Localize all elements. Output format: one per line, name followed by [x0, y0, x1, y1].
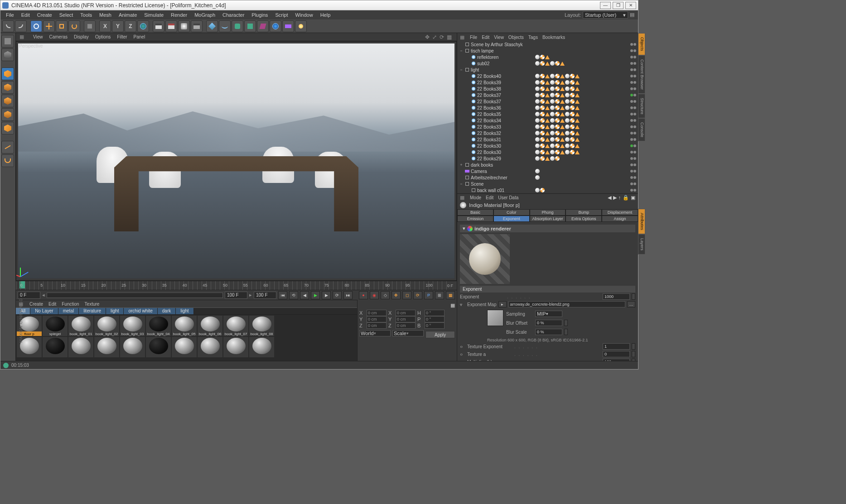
exponent-map-field[interactable]: arroway.de_concrete-blend2.png [508, 301, 626, 307]
point-mode-button[interactable] [1, 81, 14, 94]
tree-item[interactable]: −tisch lampe [457, 48, 638, 54]
world-dropdown[interactable]: World ▾ [359, 330, 391, 336]
last-tool-button[interactable] [84, 20, 96, 32]
attr-field[interactable]: 1 [603, 343, 630, 350]
tree-expand-icon[interactable] [465, 125, 470, 129]
live-select-button[interactable] [30, 20, 42, 32]
console-tab[interactable]: Console [638, 118, 645, 141]
attr-tab-basic[interactable]: Basic [457, 209, 493, 216]
obj-menu-tags[interactable]: Tags [528, 35, 538, 40]
tree-expand-icon[interactable] [465, 137, 470, 142]
move-button[interactable] [43, 20, 55, 32]
attr-tab-exponent[interactable]: Exponent [493, 216, 530, 222]
end-frame-field[interactable]: 100 F [225, 292, 247, 299]
material-slot[interactable] [249, 337, 274, 357]
tree-item[interactable]: −Scene [457, 181, 638, 187]
map-browse-button[interactable]: … [627, 301, 635, 307]
structure-tab[interactable]: Structure [638, 94, 645, 119]
material-slot[interactable]: book_light_08 [249, 316, 274, 336]
close-button[interactable]: ✕ [625, 2, 636, 9]
material-slot[interactable] [198, 337, 222, 357]
exponent-spinner[interactable] [632, 293, 635, 300]
attr-field[interactable]: 0 [603, 351, 630, 357]
attributes-tab[interactable]: Attributes [638, 209, 645, 234]
layout-dropdown[interactable]: Startup (User)▾ [583, 11, 628, 19]
attr-tab-absorption-layer[interactable]: Absorption Layer [530, 216, 566, 222]
mat-menu-create[interactable]: Create [29, 302, 43, 307]
keyframe-sel-button[interactable]: ◇ [381, 291, 390, 299]
object-mode-button[interactable] [1, 67, 14, 80]
mat-tab-light[interactable]: light [106, 308, 124, 314]
map-expand-icon[interactable]: ▿ [460, 302, 465, 307]
add-camera-button[interactable] [282, 20, 294, 32]
material-slot[interactable]: book_light_01 [68, 316, 93, 336]
rot-b-field[interactable]: 0 ° [425, 322, 445, 329]
vp-menu-filter[interactable]: Filter [117, 34, 127, 39]
polygon-mode-button[interactable] [1, 108, 14, 121]
menu-select[interactable]: Select [56, 11, 77, 19]
menu-mograph[interactable]: MoGraph [191, 11, 219, 19]
prev-frame-button[interactable]: ◀ [300, 291, 309, 299]
texture-thumb[interactable] [487, 310, 503, 326]
tree-item[interactable]: 22 Books36 [457, 105, 638, 111]
autokey-button[interactable]: ◉ [370, 291, 379, 299]
rot-h-field[interactable]: 0 ° [425, 310, 445, 316]
scale-dropdown[interactable]: Scale ▾ [392, 330, 424, 336]
goto-start-button[interactable]: ⏮ [278, 291, 287, 299]
tree-expand-icon[interactable] [459, 169, 464, 173]
tree-item[interactable]: 22 Books40 [457, 73, 638, 79]
menu-help[interactable]: Help [317, 11, 334, 19]
y-axis-button[interactable]: Y [112, 20, 124, 32]
vp-zoom-icon[interactable]: ⤢ [432, 34, 439, 40]
menu-render[interactable]: Render [167, 11, 191, 19]
tree-item[interactable]: Arbeitszeitrechner [457, 174, 638, 181]
x-axis-button[interactable]: X [99, 20, 111, 32]
content-browser-tab[interactable]: Content Browser [638, 55, 645, 94]
pos-x-field[interactable]: 0 cm [367, 310, 387, 316]
coord-system-button[interactable] [137, 20, 149, 32]
size-y-field[interactable]: 0 cm [396, 316, 416, 322]
time-slider[interactable] [47, 293, 223, 298]
pos-key-button[interactable]: ✥ [392, 291, 401, 299]
tree-expand-icon[interactable] [465, 188, 470, 192]
add-light-button[interactable] [295, 20, 307, 32]
texture-mode-button[interactable] [1, 122, 14, 134]
material-slot[interactable] [43, 337, 68, 357]
record-button[interactable]: ● [359, 291, 368, 299]
tree-expand-icon[interactable] [459, 175, 464, 180]
tree-expand-icon[interactable] [465, 55, 470, 59]
tree-item[interactable]: +dark books [457, 162, 638, 168]
options-button[interactable]: ▦ [446, 291, 455, 299]
obj-menu-edit[interactable]: Edit [482, 35, 489, 40]
tree-item[interactable]: 22 Books31 [457, 136, 638, 143]
collapse-icon[interactable]: ▾ [463, 226, 465, 231]
obj-menu-file[interactable]: File [470, 35, 477, 40]
axis-mode-button[interactable] [1, 141, 14, 154]
vp-menu-panel[interactable]: Panel [134, 34, 145, 39]
add-nurbs-button[interactable] [232, 20, 243, 32]
mat-tab-literature[interactable]: literature [79, 308, 106, 314]
pla-key-button[interactable]: ⊞ [435, 291, 444, 299]
vp-config-icon[interactable]: ▦ [19, 34, 27, 40]
minimize-button[interactable]: — [600, 2, 611, 9]
add-environment-button[interactable] [270, 20, 281, 32]
material-slot[interactable]: book_light_04 [146, 316, 171, 336]
attr-tab-assign[interactable]: Assign [602, 216, 638, 222]
menu-simulate[interactable]: Simulate [140, 11, 167, 19]
mat-tab-dark[interactable]: dark [158, 308, 176, 314]
make-editable-button[interactable] [1, 35, 14, 48]
map-picker-button[interactable]: ▸ [498, 301, 507, 307]
play-button[interactable]: ▶ [311, 291, 320, 299]
attr-up-icon[interactable]: ↑ [619, 195, 621, 201]
next-frame-button[interactable]: ▶ [322, 291, 331, 299]
tree-item[interactable]: 22 Books30 [457, 149, 638, 155]
snap-button[interactable] [1, 154, 14, 167]
attr-tab-color[interactable]: Color [493, 209, 530, 216]
render-settings-button[interactable] [191, 20, 203, 32]
menu-animate[interactable]: Animate [115, 11, 140, 19]
tree-item[interactable]: 22 Books34 [457, 117, 638, 124]
maximize-button[interactable]: ❐ [613, 2, 624, 9]
tree-expand-icon[interactable] [465, 80, 470, 85]
tree-item[interactable]: 22 Books38 [457, 86, 638, 92]
tree-expand-icon[interactable] [465, 156, 470, 161]
